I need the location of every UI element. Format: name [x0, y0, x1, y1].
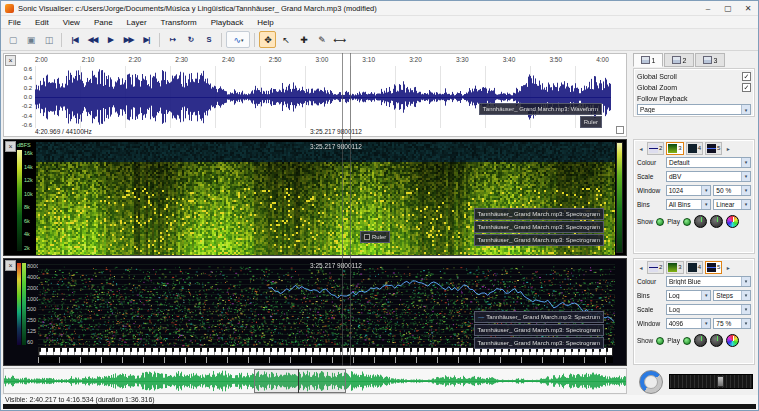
app-icon	[5, 4, 14, 13]
layer-name-chip[interactable]: Tannhäuser_ Grand March.mp3: Spectrogram	[474, 208, 604, 220]
pane-tab-2[interactable]: 2	[664, 53, 694, 67]
tab-scroll-left[interactable]: ◂	[637, 145, 645, 152]
tab-scroll-right[interactable]: ▸	[724, 145, 732, 152]
ruler-layer-chip[interactable]: Ruler	[360, 231, 390, 243]
fast-forward-button[interactable]: ▶▶	[120, 31, 137, 48]
gain-dial[interactable]	[694, 334, 707, 347]
open-button[interactable]: ▣	[22, 31, 39, 48]
window-overlap-select[interactable]: 50 %▾	[713, 185, 751, 196]
rewind-to-start-button[interactable]: |◀	[66, 31, 83, 48]
navigate-tool-button[interactable]: ✥	[259, 31, 276, 48]
volume-slider-handle[interactable]	[717, 376, 724, 387]
layer-tab[interactable]: 5	[705, 142, 722, 155]
follow-playback-select[interactable]: Page ▾	[637, 104, 751, 115]
pane-close-button[interactable]: ×	[5, 260, 16, 271]
menu-item[interactable]: Transform	[154, 18, 204, 27]
visible-region-rect[interactable]	[254, 369, 346, 393]
menu-item[interactable]: Pane	[87, 18, 120, 27]
new-session-button[interactable]: ▢	[4, 31, 21, 48]
play-toggle[interactable]	[683, 218, 691, 226]
layer-tab[interactable]: 3	[666, 261, 683, 274]
edit-tool-button[interactable]: ✚	[295, 31, 312, 48]
pan-dial[interactable]	[710, 334, 723, 347]
colour-select[interactable]: Bright Blue▾	[666, 276, 751, 287]
layer-name-chip[interactable]: Tannhäuser_ Grand March.mp3: Spectrogram	[474, 234, 604, 246]
bins-select[interactable]: Log▾	[666, 290, 712, 301]
scale-label: -0.4	[22, 113, 32, 119]
tab-scroll-left[interactable]: ◂	[637, 264, 645, 271]
gain-dial[interactable]	[694, 215, 707, 228]
pane-resize-box[interactable]	[616, 126, 624, 134]
chevron-down-icon: ▾	[741, 291, 750, 300]
layer-name-chip[interactable]: Tannhäuser_ Grand March.mp3: Spectrogram	[474, 324, 604, 336]
layer-name-chip[interactable]: Tannhäuser_ Grand March.mp3: Waveform	[479, 103, 602, 115]
window-size-select[interactable]: 4096▾	[666, 318, 712, 329]
pan-dial[interactable]	[710, 215, 723, 228]
menu-item[interactable]: Help	[250, 18, 280, 27]
spectrum-layer-icon	[707, 144, 716, 153]
bins-scale-select[interactable]: Linear▾	[713, 199, 751, 210]
maximize-button[interactable]: ▢	[718, 1, 738, 16]
show-toggle[interactable]	[656, 218, 664, 226]
global-zoom-checkbox[interactable]: ✓	[742, 83, 751, 92]
menu-item[interactable]: Edit	[28, 18, 56, 27]
draw-tool-button[interactable]: ✎	[313, 31, 330, 48]
colour-select[interactable]: Default▾	[666, 157, 751, 168]
layer-tab[interactable]: 2	[647, 142, 664, 155]
spectrogram-properties-box: ◂ 2 3 4 5 ▸ Colour Default▾ Scale dBV▾ W…	[633, 139, 755, 254]
loop-toggle[interactable]: ↻	[182, 31, 199, 48]
scale-select[interactable]: dBV▾	[666, 171, 751, 182]
time-label: 3:50	[549, 56, 562, 65]
follow-playback-label: Follow Playback	[637, 95, 751, 102]
layer-name-chip[interactable]: — Tannhäuser_ Grand March.mp3: Spectrum	[474, 311, 604, 323]
time-ruler[interactable]: 2:002:102:202:302:402:503:003:103:203:30…	[35, 56, 609, 65]
save-button[interactable]: ◫	[40, 31, 57, 48]
play-selection-toggle[interactable]: ↦	[164, 31, 181, 48]
close-button[interactable]: ✕	[738, 1, 758, 16]
playback-mode-dropdown[interactable]: ∿ ▾	[226, 31, 250, 48]
layer-name-overlay: Tannhäuser_ Grand March.mp3: WaveformRul…	[479, 103, 602, 128]
layer-tab[interactable]: 4	[686, 261, 703, 274]
minimize-button[interactable]: –	[698, 1, 718, 16]
toolbar: ▢ ▣ ◫ |◀ ◀◀ ▶ ▶▶ ▶| ↦ ↻ S ∿ ▾ ✥ ↖ ✚ ✎ ⟷	[1, 29, 758, 51]
tab-scroll-right[interactable]: ▸	[724, 264, 732, 271]
bins-select[interactable]: All Bins▾	[666, 199, 712, 210]
layer-name-chip[interactable]: Tannhäuser_ Grand March.mp3: Spectrogram	[474, 221, 604, 233]
window-size-select[interactable]: 1024▾	[666, 185, 712, 196]
rewind-button[interactable]: ◀◀	[84, 31, 101, 48]
layer-name-chip[interactable]: Tannhäuser_ Grand March.mp3: Spectrogram	[474, 337, 604, 349]
menu-item[interactable]: Layer	[120, 18, 154, 27]
scale-value: Log	[667, 306, 741, 313]
measure-tool-button[interactable]: ⟷	[331, 31, 348, 48]
colour-rotation-dial[interactable]	[726, 215, 739, 228]
time-label: 2:30	[175, 56, 188, 65]
menu-item[interactable]: View	[56, 18, 87, 27]
playback-speed-dial[interactable]	[639, 370, 663, 394]
pane-tab-1[interactable]: 1	[633, 53, 663, 67]
skip-to-end-button[interactable]: ▶|	[138, 31, 155, 48]
pane-close-button[interactable]: ×	[5, 55, 16, 66]
show-toggle[interactable]	[656, 337, 664, 345]
colour-rotation-dial[interactable]	[726, 334, 739, 347]
pane-tab-3[interactable]: 3	[695, 53, 725, 67]
solo-toggle[interactable]: S	[200, 31, 217, 48]
volume-slider[interactable]	[669, 374, 753, 389]
bins-mode-select[interactable]: Steps▾	[713, 290, 751, 301]
global-scroll-checkbox[interactable]: ✓	[742, 72, 751, 81]
select-tool-button[interactable]: ↖	[277, 31, 294, 48]
layer-tab[interactable]: 2	[647, 261, 664, 274]
layer-tab-label: 5	[717, 264, 720, 270]
layer-tab[interactable]: 3	[666, 142, 683, 155]
play-toggle[interactable]	[683, 337, 691, 345]
layer-tab[interactable]: 5	[705, 261, 722, 274]
layer-tab[interactable]: 4	[686, 142, 703, 155]
menu-item[interactable]: Playback	[204, 18, 250, 27]
play-button[interactable]: ▶	[102, 31, 119, 48]
layer-name-chip[interactable]: Ruler	[580, 116, 602, 128]
menu-item[interactable]: File	[1, 18, 28, 27]
scale-select[interactable]: Log▾	[666, 304, 751, 315]
pane-close-button[interactable]: ×	[5, 141, 16, 152]
window-overlap-select[interactable]: 75 %▾	[713, 318, 751, 329]
colour-scale-bar	[17, 150, 22, 251]
pane-waveform: × 0.60.40.20.0-0.2-0.4-0.6 2:002:102:202…	[3, 53, 627, 137]
